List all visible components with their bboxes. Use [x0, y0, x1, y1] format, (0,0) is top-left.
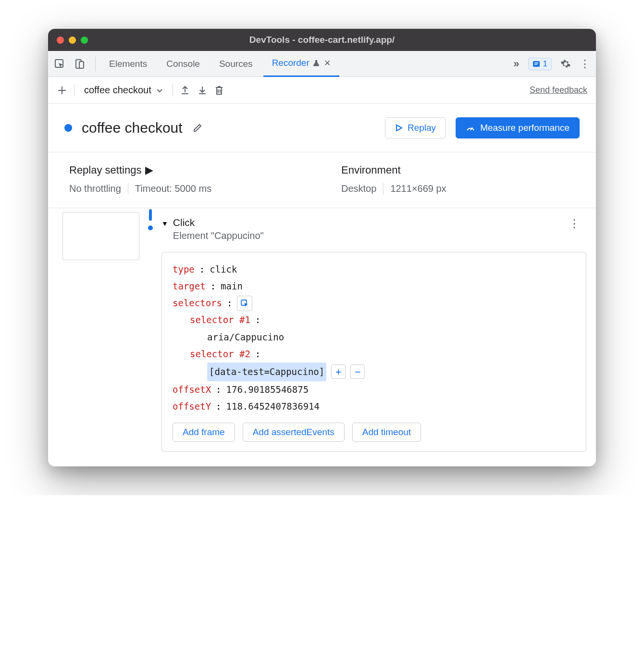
- add-asserted-events-button[interactable]: Add assertedEvents: [243, 423, 345, 442]
- export-icon[interactable]: [180, 85, 190, 96]
- selector-2-value[interactable]: [data-test=Cappucino]: [207, 363, 326, 381]
- prop-offsety-value[interactable]: 118.6452407836914: [226, 398, 320, 415]
- prop-offsety-key: offsetY: [173, 398, 211, 415]
- device-value: Desktop: [341, 183, 376, 194]
- replay-button[interactable]: Replay: [385, 117, 446, 138]
- minimize-window-button[interactable]: [69, 37, 76, 44]
- recording-header: coffee checkout Replay Measure performan…: [48, 104, 596, 152]
- step-details-card: type: click target: main selectors: sele…: [161, 252, 586, 452]
- gauge-icon: [466, 123, 475, 133]
- divider: [173, 84, 173, 97]
- divider: [74, 84, 74, 97]
- replay-button-label: Replay: [408, 123, 436, 133]
- prop-type-key: type: [173, 261, 195, 278]
- selector-2-key: selector #2: [190, 346, 250, 363]
- tab-sources[interactable]: Sources: [211, 51, 261, 77]
- recorder-toolbar: coffee checkout Send feedback: [48, 77, 596, 104]
- add-selector-button[interactable]: +: [331, 364, 346, 379]
- step-subtitle: Element "Cappucino": [173, 230, 264, 241]
- step-thumbnail[interactable]: [62, 212, 139, 260]
- measure-button-label: Measure performance: [480, 123, 570, 133]
- add-frame-button[interactable]: Add frame: [173, 423, 235, 442]
- svg-rect-4: [534, 63, 538, 63]
- issues-badge[interactable]: 1: [528, 58, 552, 70]
- tab-console[interactable]: Console: [158, 51, 209, 77]
- tab-elements[interactable]: Elements: [100, 51, 156, 77]
- step-title: Click: [173, 217, 264, 228]
- collapse-icon: ▼: [161, 220, 168, 227]
- element-picker-button[interactable]: [237, 296, 252, 311]
- add-timeout-button[interactable]: Add timeout: [352, 423, 421, 442]
- expand-icon: ▶: [145, 164, 153, 176]
- settings-row: Replay settings ▶ No throttling Timeout:…: [48, 152, 596, 208]
- timeline: [139, 208, 161, 452]
- timeline-bar: [149, 209, 152, 221]
- inspect-icon[interactable]: [54, 58, 65, 70]
- device-toggle-icon[interactable]: [74, 58, 86, 70]
- recording-select[interactable]: coffee checkout: [81, 85, 166, 96]
- svg-marker-8: [396, 125, 402, 131]
- chevron-down-icon: [156, 87, 163, 94]
- close-window-button[interactable]: [57, 37, 64, 44]
- play-icon: [395, 124, 403, 132]
- selector-1-key: selector #1: [190, 312, 250, 328]
- import-icon[interactable]: [197, 85, 208, 96]
- recording-status-dot: [64, 124, 72, 132]
- divider: [383, 183, 384, 194]
- window-titlebar: DevTools - coffee-cart.netlify.app/: [48, 29, 596, 51]
- tab-recorder-label: Recorder: [272, 58, 310, 68]
- viewport-value: 1211×669 px: [390, 183, 446, 194]
- prop-offsetx-value[interactable]: 176.90185546875: [226, 381, 309, 398]
- maximize-window-button[interactable]: [81, 37, 88, 44]
- prop-target-key: target: [173, 278, 206, 295]
- divider: [95, 57, 96, 71]
- devtools-window: DevTools - coffee-cart.netlify.app/ Elem…: [48, 29, 596, 466]
- throttling-value: No throttling: [69, 183, 121, 194]
- prop-target-value[interactable]: main: [221, 278, 243, 295]
- step-header[interactable]: ▼ Click Element "Cappucino" ⋮: [161, 217, 586, 241]
- more-tabs-icon[interactable]: »: [513, 58, 519, 70]
- window-title: DevTools - coffee-cart.netlify.app/: [48, 35, 596, 45]
- step-area: ▼ Click Element "Cappucino" ⋮ type: clic…: [48, 208, 596, 466]
- svg-rect-2: [79, 62, 84, 68]
- remove-selector-button[interactable]: −: [350, 364, 365, 379]
- issues-count: 1: [543, 59, 547, 69]
- tab-recorder[interactable]: Recorder ✕: [263, 51, 339, 77]
- close-tab-icon[interactable]: ✕: [324, 58, 331, 68]
- send-feedback-link[interactable]: Send feedback: [530, 85, 587, 95]
- edit-title-icon[interactable]: [192, 123, 203, 133]
- divider: [128, 183, 128, 194]
- timeline-dot: [148, 225, 153, 230]
- traffic-lights: [57, 37, 88, 44]
- delete-icon[interactable]: [214, 85, 224, 96]
- kebab-icon[interactable]: ⋮: [580, 58, 590, 70]
- svg-rect-5: [534, 64, 537, 65]
- environment-heading: Environment: [341, 164, 575, 176]
- timeout-value: Timeout: 5000 ms: [135, 183, 211, 194]
- gear-icon[interactable]: [560, 59, 571, 69]
- replay-settings-heading[interactable]: Replay settings ▶: [69, 164, 303, 176]
- step-menu-icon[interactable]: ⋮: [569, 217, 581, 230]
- measure-performance-button[interactable]: Measure performance: [456, 117, 580, 138]
- issues-icon: [533, 60, 540, 68]
- prop-type-value[interactable]: click: [210, 261, 237, 278]
- flask-icon: [312, 59, 320, 67]
- recording-title: coffee checkout: [82, 120, 183, 136]
- prop-offsetx-key: offsetX: [173, 381, 211, 398]
- recording-select-label: coffee checkout: [84, 85, 151, 96]
- prop-selectors-key: selectors: [173, 295, 222, 312]
- add-recording-icon[interactable]: [57, 85, 67, 96]
- selector-1-value[interactable]: aria/Cappucino: [207, 329, 284, 346]
- panel-tabstrip: Elements Console Sources Recorder ✕ » 1 …: [48, 51, 596, 77]
